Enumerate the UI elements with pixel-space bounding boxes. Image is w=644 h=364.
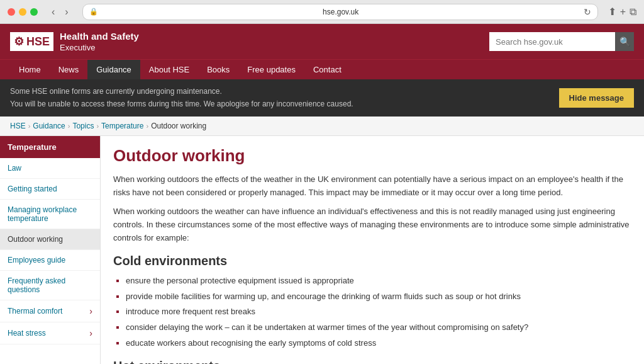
address-bar[interactable]: 🔒 hse.gov.uk ↻ bbox=[82, 4, 598, 20]
hide-message-button[interactable]: Hide message bbox=[559, 88, 634, 108]
main-nav: Home News Guidance About HSE Books Free … bbox=[0, 59, 644, 79]
sidebar-item-thermal[interactable]: Thermal comfort › bbox=[0, 300, 100, 322]
minimize-button[interactable] bbox=[19, 8, 26, 16]
nav-guidance[interactable]: Guidance bbox=[87, 60, 140, 79]
main-content: Temperature Law Getting started Managing… bbox=[0, 136, 644, 364]
breadcrumb-guidance[interactable]: Guidance bbox=[33, 122, 65, 130]
breadcrumb-temperature[interactable]: Temperature bbox=[101, 122, 143, 130]
reload-icon: ↻ bbox=[584, 7, 591, 17]
list-item: educate workers about recognising the ea… bbox=[126, 337, 631, 350]
intro-paragraph-2: When working outdoors the weather can ha… bbox=[113, 205, 631, 244]
nav-about[interactable]: About HSE bbox=[140, 60, 198, 79]
search-input[interactable] bbox=[489, 32, 615, 51]
share-button[interactable]: ⬆ bbox=[608, 6, 616, 18]
sidebar-item-outdoor[interactable]: Outdoor working bbox=[0, 229, 100, 250]
security-icon: 🔒 bbox=[89, 8, 98, 16]
breadcrumb-topics[interactable]: Topics bbox=[72, 122, 94, 130]
page-title: Outdoor working bbox=[113, 146, 631, 166]
sidebar-item-getting-started[interactable]: Getting started bbox=[0, 179, 100, 200]
breadcrumb-sep-3: › bbox=[96, 122, 99, 130]
maximize-button[interactable] bbox=[30, 8, 38, 16]
hot-heading: Hot environments bbox=[113, 359, 631, 364]
list-item: provide mobile facilities for warming up… bbox=[126, 290, 631, 304]
nav-arrows: ‹ › bbox=[48, 5, 72, 19]
nav-free-updates[interactable]: Free updates bbox=[238, 60, 304, 79]
logo-text: Health and Safety Executive bbox=[60, 30, 139, 53]
banner-text: Some HSE online forms are currently unde… bbox=[10, 86, 353, 110]
sidebar-title: Temperature bbox=[0, 136, 100, 158]
sidebar-item-faq[interactable]: Frequently asked questions bbox=[0, 271, 100, 300]
browser-actions: ⬆ + ⧉ bbox=[608, 6, 636, 18]
browser-chrome: ‹ › 🔒 hse.gov.uk ↻ ⬆ + ⧉ bbox=[0, 0, 644, 24]
back-button[interactable]: ‹ bbox=[48, 5, 58, 19]
nav-news[interactable]: News bbox=[50, 60, 88, 79]
logo-title: Health and Safety bbox=[60, 30, 139, 43]
cold-list: ensure the personal protective equipment… bbox=[126, 275, 631, 350]
hse-abbr: HSE bbox=[26, 35, 50, 48]
content-area: Outdoor working When working outdoors th… bbox=[101, 136, 644, 364]
banner-line2: You will be unable to access these forms… bbox=[10, 98, 353, 110]
list-item: ensure the personal protective equipment… bbox=[126, 275, 631, 288]
hse-logo: ⚙ HSE bbox=[10, 32, 53, 51]
nav-books[interactable]: Books bbox=[198, 60, 238, 79]
sidebar-item-law[interactable]: Law bbox=[0, 158, 100, 179]
new-tab-button[interactable]: + bbox=[620, 6, 626, 18]
website: ⚙ HSE Health and Safety Executive 🔍 Home… bbox=[0, 24, 644, 364]
breadcrumb-hse[interactable]: HSE bbox=[10, 122, 26, 130]
close-button[interactable] bbox=[8, 8, 15, 16]
logo-subtitle: Executive bbox=[60, 43, 95, 52]
list-item: introduce more frequent rest breaks bbox=[126, 305, 631, 319]
breadcrumb-current: Outdoor working bbox=[151, 122, 206, 130]
forward-button[interactable]: › bbox=[61, 5, 72, 19]
breadcrumb-sep-1: › bbox=[28, 122, 31, 130]
heat-arrow-icon: › bbox=[89, 328, 92, 338]
search-bar: 🔍 bbox=[489, 32, 634, 51]
logo-area: ⚙ HSE Health and Safety Executive bbox=[10, 30, 139, 53]
sidebar-item-heat[interactable]: Heat stress › bbox=[0, 322, 100, 344]
traffic-lights bbox=[8, 8, 38, 16]
cold-heading: Cold environments bbox=[113, 254, 631, 268]
hse-logo-icon: ⚙ bbox=[14, 35, 24, 48]
sidebar-item-employees[interactable]: Employees guide bbox=[0, 250, 100, 271]
intro-paragraph-1: When working outdoors the effects of the… bbox=[113, 173, 631, 200]
thermal-arrow-icon: › bbox=[89, 306, 92, 316]
breadcrumb-sep-2: › bbox=[68, 122, 70, 130]
banner-line1: Some HSE online forms are currently unde… bbox=[10, 86, 353, 98]
breadcrumb: HSE › Guidance › Topics › Temperature › … bbox=[0, 117, 644, 136]
url-text: hse.gov.uk bbox=[103, 8, 579, 16]
search-button[interactable]: 🔍 bbox=[615, 32, 634, 51]
nav-contact[interactable]: Contact bbox=[304, 60, 350, 79]
sidebar-item-managing[interactable]: Managing workplace temperature bbox=[0, 200, 100, 229]
site-header: ⚙ HSE Health and Safety Executive 🔍 bbox=[0, 24, 644, 59]
breadcrumb-sep-4: › bbox=[146, 122, 148, 130]
tabs-button[interactable]: ⧉ bbox=[630, 6, 636, 18]
sidebar: Temperature Law Getting started Managing… bbox=[0, 136, 101, 364]
nav-home[interactable]: Home bbox=[10, 60, 50, 79]
maintenance-banner: Some HSE online forms are currently unde… bbox=[0, 79, 644, 116]
list-item: consider delaying the work – can it be u… bbox=[126, 321, 631, 334]
